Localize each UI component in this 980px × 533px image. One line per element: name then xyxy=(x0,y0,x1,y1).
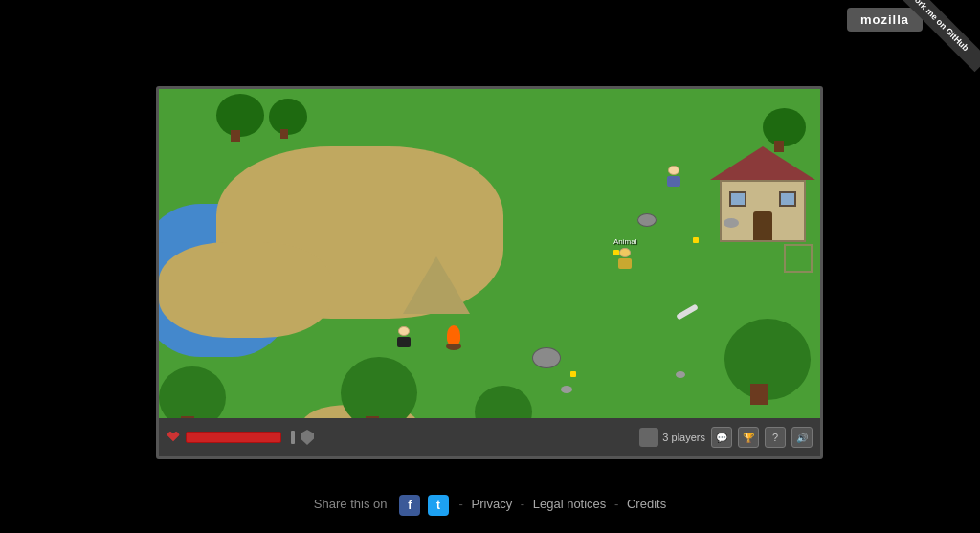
volume-icon: 🔊 xyxy=(796,433,808,443)
rock-2 xyxy=(637,213,657,227)
small-rock-2 xyxy=(676,371,685,378)
trophy-icon: 🏆 xyxy=(743,433,754,443)
credits-link[interactable]: Credits xyxy=(627,497,666,511)
player-character: Animal xyxy=(613,237,636,269)
github-ribbon-text: Fork me on GitHub xyxy=(903,0,980,72)
github-ribbon[interactable]: Fork me on GitHub xyxy=(903,0,980,77)
hud-shield-icon xyxy=(301,430,314,445)
hud-chat-button[interactable]: 💬 xyxy=(711,427,732,448)
hud-sword-icon xyxy=(291,431,295,444)
campfire xyxy=(446,343,461,350)
twitter-link[interactable]: t xyxy=(428,495,449,516)
npc-character-1 xyxy=(666,166,681,187)
tent xyxy=(403,256,470,314)
sep-3: - xyxy=(614,497,618,511)
game-container[interactable]: Animal xyxy=(156,86,823,459)
privacy-link[interactable]: Privacy xyxy=(472,497,513,511)
sand-terrain-2 xyxy=(159,242,331,338)
house xyxy=(710,146,815,242)
sep-2: - xyxy=(521,497,524,511)
footer: Share this on f t - Privacy - Legal noti… xyxy=(0,495,980,516)
sep-1: - xyxy=(459,497,463,511)
hud-health-bar xyxy=(186,432,281,443)
hud-trophy-button[interactable]: 🏆 xyxy=(738,427,759,448)
hud-bar: 3 players 💬 🏆 ? 🔊 xyxy=(159,418,820,456)
small-rock-1 xyxy=(561,386,572,393)
facebook-link[interactable]: f xyxy=(399,495,420,516)
legal-link[interactable]: Legal notices xyxy=(533,497,607,511)
share-text: Share this on xyxy=(314,497,388,511)
help-icon: ? xyxy=(772,432,778,443)
hud-volume-button[interactable]: 🔊 xyxy=(791,427,813,448)
rock-1 xyxy=(532,347,561,368)
hud-players-count: 3 players xyxy=(662,432,705,443)
npc-character-2 xyxy=(396,326,412,347)
game-canvas: Animal xyxy=(159,89,820,456)
item-sword xyxy=(676,303,699,320)
item-gold-3 xyxy=(570,371,576,377)
chat-icon: 💬 xyxy=(716,433,727,443)
hud-players-icon xyxy=(639,428,658,447)
hud-heart-icon xyxy=(167,431,180,444)
fence xyxy=(784,244,813,273)
hud-help-button[interactable]: ? xyxy=(765,427,786,448)
item-gold-2 xyxy=(693,237,699,243)
small-rock-3 xyxy=(724,218,739,228)
